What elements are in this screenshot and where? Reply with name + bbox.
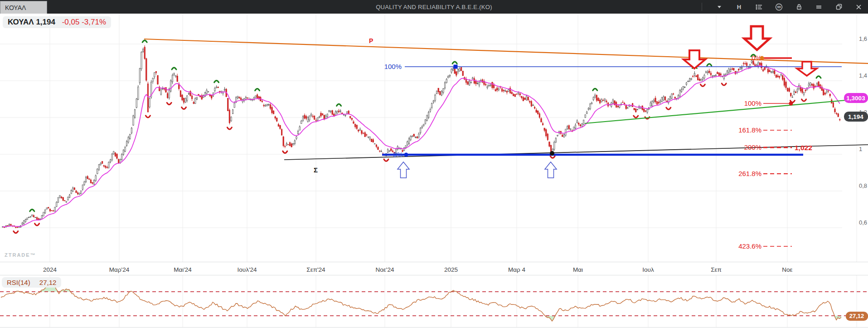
fractal-up-icon [452,62,457,64]
y-axis-tick: 0,8 [859,182,867,189]
moving-average-line [3,66,840,227]
x-axis-tick: Ιουλ [642,266,654,273]
fractal-up-icon [172,68,176,69]
fractal-up-icon [707,64,712,66]
y-axis-tick: 0,6 [859,219,867,226]
fractal-down-icon [167,103,171,104]
fractal-down-icon [666,108,671,109]
toolbar-divider [702,3,702,11]
restore-window-icon[interactable] [835,3,843,11]
down-arrow-annotation [744,26,770,50]
fractal-up-icon [255,88,260,90]
x-axis-tick: Νοε [782,266,792,273]
timeframe-h-button[interactable]: H [735,3,743,11]
svg-text:1,3003: 1,3003 [846,95,865,102]
fractal-down-icon [700,84,705,86]
svg-text:100%: 100% [744,99,761,107]
fractal-up-icon [337,104,341,106]
indicator-list-icon[interactable] [755,3,763,11]
fractal-down-icon [384,159,388,161]
chart-gridlines [0,14,868,328]
ztrade-watermark: ZTRADE™ [5,252,36,258]
close-icon[interactable] [855,3,863,11]
window-title-bar: ΚΟΥΑΛ QUALITY AND RELIABILITY A.B.E.E.(K… [0,0,868,14]
chart-canvas[interactable]: 100%0%0%100%161.8%200%1,022261.8%423.6%P… [0,0,868,328]
fractal-up-icon [816,76,821,78]
trading-app-window: ΚΟΥΑΛ QUALITY AND RELIABILITY A.B.E.E.(K… [0,0,868,328]
svg-text:200%: 200% [744,143,761,151]
x-axis-tick: Μαρ'24 [109,266,130,273]
up-arrow-annotation [398,162,409,178]
fractal-down-icon [550,156,555,158]
y-axis-tick: 1,4 [859,72,867,79]
svg-text:100%: 100% [384,63,402,70]
svg-text:261.8%: 261.8% [738,170,761,177]
svg-text:423.6%: 423.6% [738,242,761,250]
quote-last-price: 1,194 [36,18,55,26]
fractal-down-icon [802,99,806,101]
x-axis-tick: Σεπ [711,266,722,273]
svg-text:1,022: 1,022 [795,144,812,152]
quote-change-percent: -3,71% [82,18,106,26]
x-axis-tick: 2025 [444,266,458,273]
fractal-up-icon [30,210,34,211]
fractal-down-icon [634,116,638,117]
x-axis-tick: Μαρ 4 [508,266,525,273]
y-axis-tick: 1,6 [859,35,867,42]
minimize-icon[interactable] [815,3,823,11]
x-axis-tick: Σεπ'24 [306,266,325,273]
fractal-down-icon [283,151,287,153]
fractal-down-icon [145,116,150,117]
y-axis-tick: 1 [859,146,862,152]
fractal-down-icon [722,83,726,85]
svg-text:Σ: Σ [314,166,318,174]
svg-text:0%: 0% [393,151,403,158]
fractal-up-icon [142,40,147,42]
x-axis-tick: 2024 [43,266,57,273]
quote-change: -0,05 [62,18,80,26]
fractal-down-icon [14,231,18,233]
chart-annotations: 100%0%0%100%161.8%200%1,022261.8%423.6%P… [144,26,868,250]
symbol-tab[interactable]: ΚΟΥΑΛ [0,1,47,14]
dropdown-caret-icon[interactable] [715,3,723,11]
rsi-indicator-label[interactable]: RSI(14) 27,12 [2,277,61,288]
fractal-down-icon [227,127,232,129]
lock-icon[interactable] [795,3,803,11]
fractal-down-icon [182,107,186,109]
title-bar-toolbar: H 99 [702,0,863,14]
quote-symbol: ΚΟΥΑΛ [8,18,34,26]
fractal-down-icon [35,224,39,225]
x-axis-tick: Ιουλ'24 [238,266,257,273]
fractal-up-icon [593,88,597,90]
down-arrow-annotation [797,62,817,76]
x-axis-tick: Νοε'24 [376,266,394,273]
quote-badge: ΚΟΥΑΛ 1,194 -0,05 -3,71% [3,16,111,28]
down-arrow-annotation [684,50,705,69]
quotes-icon[interactable]: 99 [775,3,783,11]
rsi-panel [0,282,868,321]
svg-text:99: 99 [777,5,781,9]
fractal-up-icon [214,80,219,82]
price-axis-pills: 1,30031,19427,12 [844,93,868,321]
rsi-value: 27,12 [39,279,57,286]
x-axis-tick: Μαι [573,266,583,273]
candlestick-series [2,45,840,228]
x-axis-tick: Μαι'24 [174,266,192,273]
svg-text:161.8%: 161.8% [738,126,761,134]
rsi-name: RSI(14) [7,279,30,286]
up-arrow-annotation [545,162,557,178]
svg-text:1,194: 1,194 [848,113,863,120]
svg-text:27,12: 27,12 [849,313,864,319]
svg-text:P: P [369,37,373,44]
symbol-tab-label: ΚΟΥΑΛ [5,4,26,11]
